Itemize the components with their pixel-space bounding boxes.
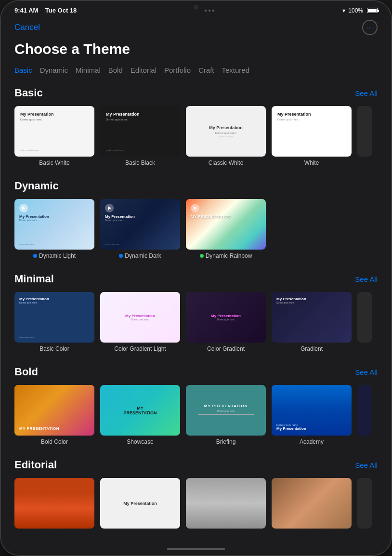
label-briefing: Briefing (216, 438, 236, 445)
dot1 (205, 10, 207, 12)
label-dynamic-light: Dynamic Light (33, 252, 76, 259)
template-overflow-bold (357, 385, 372, 445)
section-bold-title: Bold (14, 366, 38, 378)
thumb-basic-white: My Presentation Donec quis nunc author w… (14, 106, 94, 157)
section-minimal-title: Minimal (14, 273, 54, 285)
dot-rainbow (200, 254, 204, 258)
template-briefing[interactable]: MY PRESENTATION Donec quis nunc Briefing (186, 385, 266, 445)
label-academy: Academy (300, 438, 324, 445)
more-button[interactable]: ··· (362, 20, 378, 35)
thumb-editorial2: My Presentation (100, 478, 180, 529)
template-academy[interactable]: Donec quis nunc My Presentation Academy (272, 385, 352, 445)
label-showcase: Showcase (127, 438, 153, 445)
filter-tabs: Basic Dynamic Minimal Bold Editorial Por… (14, 65, 378, 75)
template-bold-color[interactable]: MY PRESENTATION Bold Color (14, 385, 94, 445)
section-editorial-header: Editorial See All (14, 459, 378, 471)
more-icon: ··· (366, 24, 374, 31)
camera-notch (194, 5, 198, 10)
section-editorial-see-all[interactable]: See All (355, 461, 378, 469)
page-content: Choose a Theme Basic Dynamic Minimal Bol… (1, 41, 391, 537)
section-basic: Basic See All My Presentation Donec quis… (14, 87, 378, 166)
label-dynamic-rainbow: Dynamic Rainbow (200, 252, 252, 259)
label-gradient: Gradient (301, 345, 323, 352)
template-overflow-minimal (357, 292, 372, 352)
section-basic-title: Basic (14, 87, 43, 99)
template-editorial-1[interactable] (14, 478, 94, 531)
minimal-template-row: My Presentation Donec quis nunc author w… (14, 292, 378, 352)
template-editorial-3[interactable] (186, 478, 266, 531)
template-basic-black[interactable]: My Presentation Donec quis nunc author w… (100, 106, 180, 166)
page-title: Choose a Theme (14, 41, 378, 57)
section-basic-see-all[interactable]: See All (355, 89, 378, 97)
template-basic-white[interactable]: My Presentation Donec quis nunc author w… (14, 106, 94, 166)
thumb-dynamic-rainbow: MY PRESENTATION (186, 199, 266, 250)
status-time: 9:41 AM Tue Oct 18 (14, 7, 77, 14)
cancel-button[interactable]: Cancel (14, 23, 40, 32)
device-screen: 9:41 AM Tue Oct 18 ▾ 100% Cancel ··· (1, 1, 391, 555)
dot-light (33, 254, 37, 258)
template-gradient[interactable]: My Presentation Donec quis nunc Gradient (272, 292, 352, 352)
thumb-gradient: My Presentation Donec quis nunc (272, 292, 352, 343)
thumb-dynamic-light: My Presentation Donec quis nunc author w… (14, 199, 94, 250)
page-header: Cancel ··· (1, 18, 391, 41)
thumb-bold-color: MY PRESENTATION (14, 385, 94, 436)
battery-icon (367, 8, 378, 13)
template-color-gradient-light[interactable]: My Presentation Donec quis nunc Color Gr… (100, 292, 180, 352)
label-bold-color: Bold Color (41, 438, 68, 445)
wifi-icon: ▾ (342, 7, 345, 14)
filter-tab-editorial[interactable]: Editorial (131, 65, 157, 75)
filter-tab-dynamic[interactable]: Dynamic (40, 65, 68, 75)
filter-tab-bold[interactable]: Bold (108, 65, 123, 75)
thumb-white: My Presentation Donec quis nunc (272, 106, 352, 157)
template-dynamic-dark[interactable]: My Presentation Donec quis nunc author w… (100, 199, 180, 259)
template-dynamic-light[interactable]: My Presentation Donec quis nunc author w… (14, 199, 94, 259)
thumb-briefing: MY PRESENTATION Donec quis nunc (186, 385, 266, 436)
template-editorial-4[interactable] (272, 478, 352, 531)
status-right: ▾ 100% (342, 7, 378, 14)
thumb-basic-color: My Presentation Donec quis nunc author w… (14, 292, 94, 343)
section-minimal-header: Minimal See All (14, 273, 378, 285)
filter-tab-minimal[interactable]: Minimal (76, 65, 101, 75)
thumb-basic-black: My Presentation Donec quis nunc author w… (100, 106, 180, 157)
home-indicator[interactable] (167, 548, 225, 550)
section-dynamic-title: Dynamic (14, 180, 59, 192)
thumb-cg-light: My Presentation Donec quis nunc (100, 292, 180, 343)
filter-tab-textured[interactable]: Textured (222, 65, 250, 75)
thumb-cg: My Presentation Donec quis nunc (186, 292, 266, 343)
filter-tab-portfolio[interactable]: Portfolio (164, 65, 191, 75)
thumb-editorial3 (186, 478, 266, 529)
thumb-dynamic-dark: My Presentation Donec quis nunc author w… (100, 199, 180, 250)
play-icon-dark (105, 204, 114, 212)
template-editorial-2[interactable]: My Presentation (100, 478, 180, 531)
thumb-academy: Donec quis nunc My Presentation (272, 385, 352, 436)
thumb-classic-white: My Presentation Donec quis nunc author w… (186, 106, 266, 157)
template-overflow-editorial (357, 478, 372, 531)
template-dynamic-rainbow[interactable]: MY PRESENTATION Dynamic Rainbow (186, 199, 266, 259)
template-color-gradient[interactable]: My Presentation Donec quis nunc Color Gr… (186, 292, 266, 352)
dot-dark (119, 254, 123, 258)
label-dynamic-dark: Dynamic Dark (119, 252, 161, 259)
dynamic-template-row: My Presentation Donec quis nunc author w… (14, 199, 378, 259)
bold-template-row: MY PRESENTATION Bold Color MY PRESENTATI… (14, 385, 378, 445)
battery-level: 100% (348, 7, 363, 14)
section-bold-see-all[interactable]: See All (355, 368, 378, 376)
label-color-gradient-light: Color Gradient Light (114, 345, 166, 352)
basic-template-row: My Presentation Donec quis nunc author w… (14, 106, 378, 166)
device-frame: 9:41 AM Tue Oct 18 ▾ 100% Cancel ··· (0, 0, 392, 556)
template-showcase[interactable]: MY PRESENTATION Showcase (100, 385, 180, 445)
label-white: White (304, 159, 319, 166)
template-basic-color[interactable]: My Presentation Donec quis nunc author w… (14, 292, 94, 352)
template-white[interactable]: My Presentation Donec quis nunc White (272, 106, 352, 166)
filter-tab-basic[interactable]: Basic (14, 65, 32, 75)
editorial-template-row: My Presentation (14, 478, 378, 531)
section-basic-header: Basic See All (14, 87, 378, 99)
section-editorial: Editorial See All My Presentation (14, 459, 378, 531)
section-minimal: Minimal See All My Presentation Donec qu… (14, 273, 378, 352)
section-minimal-see-all[interactable]: See All (355, 275, 378, 283)
play-icon-light (19, 204, 28, 212)
template-classic-white[interactable]: My Presentation Donec quis nunc author w… (186, 106, 266, 166)
thumb-editorial4 (272, 478, 352, 529)
section-dynamic: Dynamic My Presentation Donec quis nunc … (14, 180, 378, 259)
label-basic-color: Basic Color (39, 345, 69, 352)
filter-tab-craft[interactable]: Craft (198, 65, 214, 75)
